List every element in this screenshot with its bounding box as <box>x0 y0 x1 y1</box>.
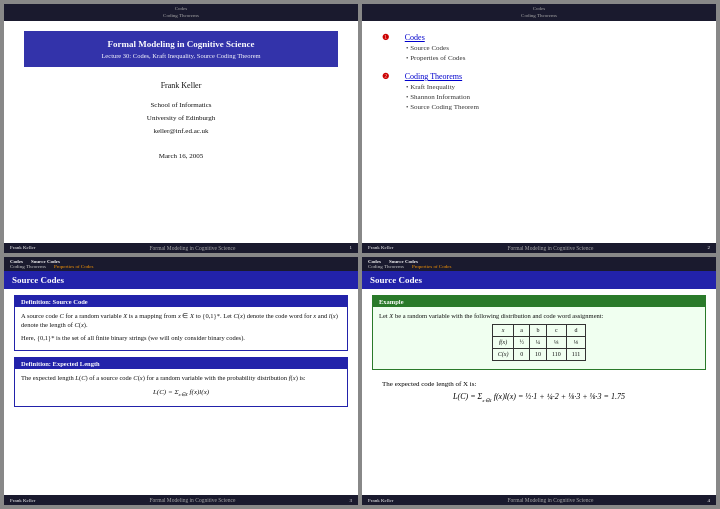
def2-text1: The expected length L(C) of a source cod… <box>21 373 341 383</box>
slide-2-header-line2: Coding Theorems <box>521 13 557 20</box>
section-title-3: Source Codes <box>4 271 358 289</box>
td-cd: 111 <box>566 349 586 361</box>
slide-2-header: Codes Coding Theorems <box>362 4 716 21</box>
nav-row2-slide3: Coding Theorems Properties of Codes <box>10 264 352 269</box>
td-cx: C(x) <box>492 349 514 361</box>
footer-num-1: 1 <box>350 245 353 250</box>
toc-sub-2-1: Kraft Inequality <box>406 83 696 91</box>
formula-3: L(C) = Σx∈X f(x)l(x) <box>21 387 341 399</box>
footer-title-4: Formal Modeling in Cognitive Science <box>508 497 594 503</box>
table-cx-row: C(x) 0 10 110 111 <box>492 349 586 361</box>
footer-title-3: Formal Modeling in Cognitive Science <box>150 497 236 503</box>
def2-title: Definition: Expected Length <box>15 358 347 369</box>
slide-1: Codes Coding Theorems Formal Modeling in… <box>4 4 358 253</box>
td-fd: ⅛ <box>566 337 586 349</box>
author-name: Frank Keller <box>147 79 215 93</box>
table-header-row: x a b c d <box>492 325 586 337</box>
slide-2-footer: Frank Keller Formal Modeling in Cognitiv… <box>362 243 716 253</box>
example-box: Example Let X be a random variable with … <box>372 295 706 371</box>
nav-coding-4: Coding Theorems <box>368 264 404 269</box>
toc-item-1: Codes <box>405 33 425 42</box>
def2-body: The expected length L(C) of a source cod… <box>15 369 347 407</box>
nav-prop-4: Properties of Codes <box>412 264 451 269</box>
nav-prop-3: Properties of Codes <box>54 264 93 269</box>
slide-grid: Codes Coding Theorems Formal Modeling in… <box>0 0 720 509</box>
slide-1-header-line2: Coding Theorems <box>163 13 199 20</box>
def1-text2: Here, {0,1}* is the set of all finite bi… <box>21 333 341 343</box>
table-fx-row: f(x) ½ ¼ ⅛ ⅛ <box>492 337 586 349</box>
main-title: Formal Modeling in Cognitive Science <box>38 39 324 49</box>
slide-4: Codes Source Codes Coding Theorems Prope… <box>362 257 716 506</box>
slide-3: Codes Source Codes Coding Theorems Prope… <box>4 257 358 506</box>
slide-4-nav: Codes Source Codes Coding Theorems Prope… <box>362 257 716 271</box>
nav-row2-slide4: Coding Theorems Properties of Codes <box>368 264 710 269</box>
td-cc: 110 <box>546 349 566 361</box>
toc-section-2: ❷ Coding Theorems Kraft Inequality Shann… <box>382 72 696 111</box>
th-d: d <box>566 325 586 337</box>
footer-num-3: 3 <box>350 498 353 503</box>
footer-author-3: Frank Keller <box>10 498 35 503</box>
toc-sub-2-3: Source Coding Theorem <box>406 103 696 111</box>
nav-coding-3: Coding Theorems <box>10 264 46 269</box>
th-x: x <box>492 325 514 337</box>
slide-1-content: Formal Modeling in Cognitive Science Lec… <box>4 21 358 243</box>
th-a: a <box>514 325 530 337</box>
slide-3-footer: Frank Keller Formal Modeling in Cognitiv… <box>4 495 358 505</box>
td-cb: 10 <box>529 349 546 361</box>
toc-sub-2-2: Shannon Information <box>406 93 696 101</box>
td-fx: f(x) <box>492 337 514 349</box>
footer-author-4: Frank Keller <box>368 498 393 503</box>
toc-num-1: ❶ <box>382 33 389 42</box>
formula-section-4: The expected code length of X is: L(C) =… <box>372 376 706 411</box>
toc-section-1: ❶ Codes Source Codes Properties of Codes <box>382 33 696 62</box>
ex-text: Let X be a random variable with the foll… <box>379 311 699 321</box>
slide-4-body: Example Let X be a random variable with … <box>362 289 716 496</box>
formula-text: The expected code length of X is: <box>382 380 696 388</box>
toc-item-2: Coding Theorems <box>405 72 462 81</box>
slide-3-nav: Codes Source Codes Coding Theorems Prope… <box>4 257 358 271</box>
toc-sub-1-1: Source Codes <box>406 44 696 52</box>
code-table: x a b c d f(x) ½ ¼ ⅛ ⅛ <box>492 324 587 361</box>
td-fa: ½ <box>514 337 530 349</box>
td-fb: ¼ <box>529 337 546 349</box>
affiliation1: School of Informatics <box>147 99 215 112</box>
email: keller@inf.ed.ac.uk <box>147 125 215 138</box>
slide-1-header: Codes Coding Theorems <box>4 4 358 21</box>
th-b: b <box>529 325 546 337</box>
ex-title: Example <box>373 296 705 307</box>
slide-3-body: Definition: Source Code A source code C … <box>4 289 358 496</box>
def1-text1: A source code C for a random variable X … <box>21 311 341 331</box>
big-formula: L(C) = Σx∈X f(x)l(x) = ½·1 + ¼·2 + ⅛·3 +… <box>382 392 696 403</box>
toc-num-2: ❷ <box>382 72 389 81</box>
td-ca: 0 <box>514 349 530 361</box>
footer-author-2: Frank Keller <box>368 245 393 250</box>
def1-body: A source code C for a random variable X … <box>15 307 347 350</box>
author-section: Frank Keller School of Informatics Unive… <box>147 79 215 162</box>
slide-2: Codes Coding Theorems ❶ Codes Source Cod… <box>362 4 716 253</box>
footer-title-2: Formal Modeling in Cognitive Science <box>508 245 594 251</box>
th-c: c <box>546 325 566 337</box>
subtitle: Lecture 30: Codes, Kraft Inequality, Sou… <box>38 52 324 59</box>
toc-content: ❶ Codes Source Codes Properties of Codes… <box>362 21 716 243</box>
footer-num-2: 2 <box>708 245 711 250</box>
slide-1-footer: Frank Keller Formal Modeling in Cognitiv… <box>4 243 358 253</box>
title-box: Formal Modeling in Cognitive Science Lec… <box>24 31 338 67</box>
def2-box: Definition: Expected Length The expected… <box>14 357 348 408</box>
code-table-container: x a b c d f(x) ½ ¼ ⅛ ⅛ <box>379 324 699 361</box>
footer-author-1: Frank Keller <box>10 245 35 250</box>
slide-4-footer: Frank Keller Formal Modeling in Cognitiv… <box>362 495 716 505</box>
footer-title-1: Formal Modeling in Cognitive Science <box>150 245 236 251</box>
ex-body: Let X be a random variable with the foll… <box>373 307 705 370</box>
toc-sub-1-2: Properties of Codes <box>406 54 696 62</box>
section-title-4: Source Codes <box>362 271 716 289</box>
def1-title: Definition: Source Code <box>15 296 347 307</box>
date: March 16, 2005 <box>147 150 215 163</box>
footer-num-4: 4 <box>708 498 711 503</box>
affiliation2: University of Edinburgh <box>147 112 215 125</box>
td-fc: ⅛ <box>546 337 566 349</box>
def1-box: Definition: Source Code A source code C … <box>14 295 348 351</box>
